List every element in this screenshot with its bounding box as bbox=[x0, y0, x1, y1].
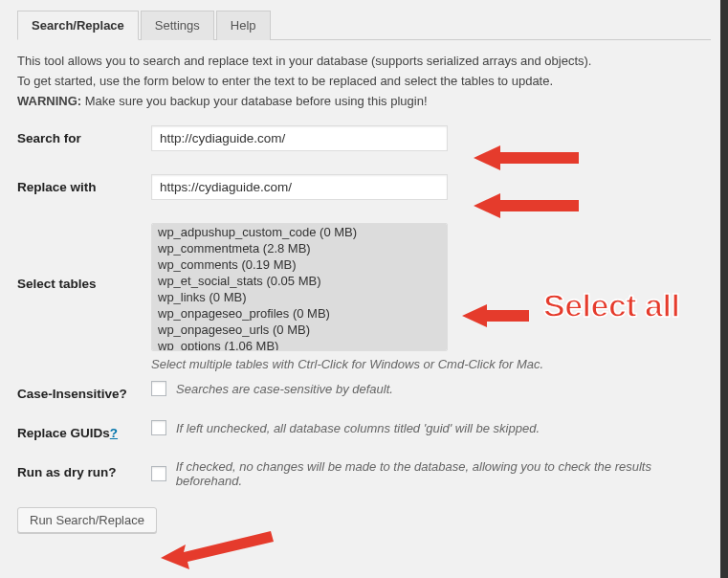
intro-warning: WARNING: Make sure you backup your datab… bbox=[17, 94, 711, 108]
label-case-insensitive: Case-Insensitive? bbox=[17, 381, 151, 401]
row-case-insensitive: Case-Insensitive? Searches are case-sens… bbox=[17, 381, 711, 401]
case-insensitive-checkbox[interactable] bbox=[151, 381, 166, 396]
replace-guids-checkbox[interactable] bbox=[151, 420, 166, 435]
run-search-replace-button[interactable]: Run Search/Replace bbox=[17, 507, 157, 533]
label-select-tables: Select tables bbox=[17, 223, 151, 291]
replace-guids-text: Replace GUIDs bbox=[17, 426, 110, 440]
dry-run-checkbox[interactable] bbox=[151, 466, 166, 481]
tab-bar: Search/Replace Settings Help bbox=[17, 10, 711, 40]
warning-text: Make sure you backup your database befor… bbox=[81, 94, 427, 108]
dry-run-hint: If checked, no changes will be made to t… bbox=[176, 459, 711, 488]
warning-label: WARNING: bbox=[17, 94, 81, 108]
table-option[interactable]: wp_options (1.06 MB) bbox=[152, 338, 447, 351]
intro-line-2: To get started, use the form below to en… bbox=[17, 74, 711, 88]
guids-help-link[interactable]: ? bbox=[110, 426, 118, 440]
label-search-for: Search for bbox=[17, 125, 151, 145]
case-hint: Searches are case-sensitive by default. bbox=[176, 382, 393, 396]
form-table: Search for Replace with Select tables wp… bbox=[17, 125, 711, 533]
search-for-input[interactable] bbox=[151, 125, 448, 151]
submit-row: Run Search/Replace bbox=[17, 507, 711, 533]
intro-text: This tool allows you to search and repla… bbox=[17, 54, 711, 108]
guids-hint: If left unchecked, all database columns … bbox=[176, 421, 540, 435]
table-option[interactable]: wp_onpageseo_profiles (0 MB) bbox=[152, 305, 447, 322]
tab-help[interactable]: Help bbox=[216, 11, 271, 40]
label-dry-run: Run as dry run? bbox=[17, 459, 151, 479]
row-dry-run: Run as dry run? If checked, no changes w… bbox=[17, 459, 711, 488]
tab-search-replace[interactable]: Search/Replace bbox=[17, 11, 139, 40]
label-replace-guids: Replace GUIDs? bbox=[17, 420, 151, 440]
label-replace-with: Replace with bbox=[17, 174, 151, 194]
table-option[interactable]: wp_comments (0.19 MB) bbox=[152, 256, 447, 273]
page-scrollbar[interactable] bbox=[720, 0, 728, 578]
table-option[interactable]: wp_onpageseo_urls (0 MB) bbox=[152, 322, 447, 338]
table-option[interactable]: wp_et_social_stats (0.05 MB) bbox=[152, 273, 447, 289]
tables-hint: Select multiple tables with Ctrl-Click f… bbox=[151, 357, 711, 371]
page-content: Search/Replace Settings Help This tool a… bbox=[0, 0, 728, 550]
select-tables-list[interactable]: wp_adpushup_custom_code (0 MB)wp_comment… bbox=[151, 223, 448, 351]
tab-settings[interactable]: Settings bbox=[141, 11, 214, 40]
row-replace-with: Replace with bbox=[17, 174, 711, 200]
table-option[interactable]: wp_commentmeta (2.8 MB) bbox=[152, 240, 447, 256]
table-option[interactable]: wp_adpushup_custom_code (0 MB) bbox=[152, 224, 447, 240]
table-option[interactable]: wp_links (0 MB) bbox=[152, 289, 447, 305]
replace-with-input[interactable] bbox=[151, 174, 448, 200]
row-search-for: Search for bbox=[17, 125, 711, 151]
annotation-select-all: Select all bbox=[543, 287, 679, 324]
intro-line-1: This tool allows you to search and repla… bbox=[17, 54, 711, 68]
row-replace-guids: Replace GUIDs? If left unchecked, all da… bbox=[17, 420, 711, 440]
